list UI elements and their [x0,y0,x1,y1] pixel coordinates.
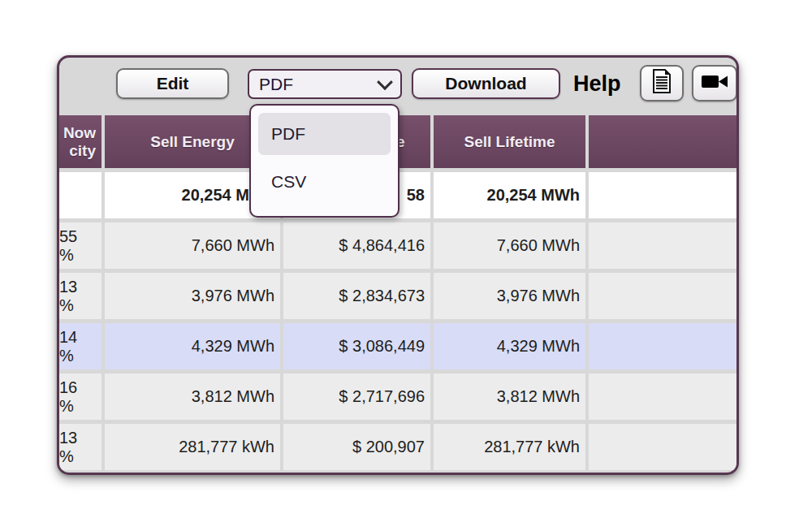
table-cell-energy[interactable]: 3,976 MWh [105,273,280,319]
table-cell-capacity[interactable]: 16 % [59,373,102,420]
document-icon [651,68,672,98]
totals-lifetime-cell: 20,254 MWh [434,172,585,218]
column-header-extra [589,115,736,168]
table-cell-capacity[interactable]: 13 % [59,273,102,319]
video-camera-icon [701,73,728,93]
dropdown-option-csv[interactable]: CSV [258,161,391,203]
table-cell-revenue[interactable]: $ 2,717,696 [283,373,430,420]
table-cell-lifetime-selected[interactable]: 4,329 MWh [434,323,585,369]
table-cell-energy-selected[interactable]: 4,329 MWh [105,323,280,369]
table-cell-lifetime[interactable]: 3,812 MWh [434,373,585,420]
help-document-button[interactable] [640,65,684,101]
table-cell-extra[interactable] [589,222,736,269]
help-label: Help [573,68,621,99]
dropdown-option-pdf[interactable]: PDF [258,113,391,155]
table-cell-energy[interactable]: 281,777 kWh [105,424,280,470]
table-cell-extra[interactable] [589,273,736,319]
download-button[interactable]: Download [412,68,560,99]
help-video-button[interactable] [692,65,737,101]
table-cell-capacity[interactable]: 13 % [59,424,102,470]
table-cell-capacity[interactable]: 55 % [59,222,102,269]
table-cell-energy[interactable]: 7,660 MWh [105,222,280,269]
table-cell-extra[interactable] [589,424,736,470]
column-header-capacity: Now city [59,115,102,168]
totals-capacity-cell [59,172,102,218]
format-select-value: PDF [259,75,293,94]
table-cell-revenue[interactable]: $ 4,864,416 [283,222,430,269]
chevron-down-icon [377,74,393,90]
totals-extra-cell [589,172,736,218]
column-header-sell-lifetime: Sell Lifetime [434,115,585,168]
table-cell-extra-selected[interactable] [589,323,736,369]
table-cell-revenue-selected[interactable]: $ 3,086,449 [283,323,430,369]
table-cell-lifetime[interactable]: 281,777 kWh [434,424,585,470]
table-cell-lifetime[interactable]: 3,976 MWh [434,273,585,319]
format-select[interactable]: PDF [248,69,402,99]
table-cell-revenue[interactable]: $ 2,834,673 [283,273,430,319]
table-cell-energy[interactable]: 3,812 MWh [105,373,280,420]
table-cell-capacity-selected[interactable]: 14 % [59,323,102,369]
format-dropdown-list: PDF CSV [249,104,400,218]
table-cell-lifetime[interactable]: 7,660 MWh [434,222,585,269]
edit-button[interactable]: Edit [116,68,229,99]
report-panel: Edit PDF Download Help [57,55,739,475]
table-cell-extra[interactable] [589,373,736,420]
table-cell-revenue[interactable]: $ 200,907 [283,424,430,470]
